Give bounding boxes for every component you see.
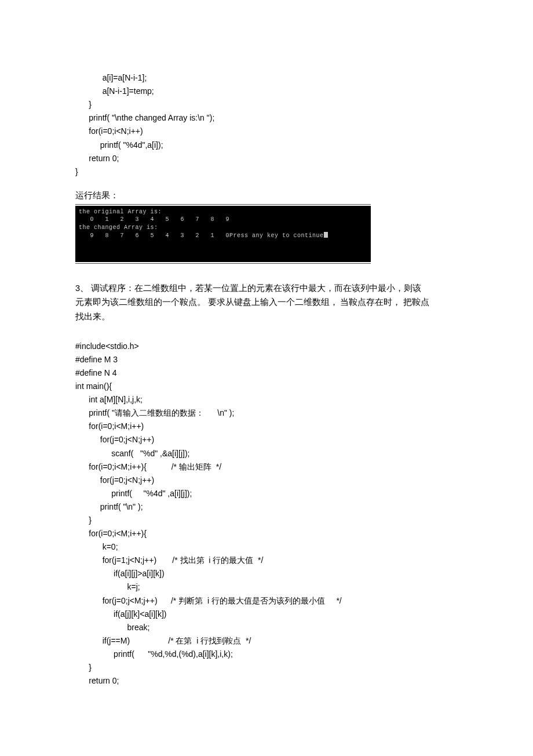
code-line: printf( "请输入二维数组的数据： \n" ); <box>75 408 234 417</box>
console-line: 9 8 7 6 5 4 3 2 1 0Press any key to cont… <box>79 232 324 239</box>
problem-number: 3、 <box>75 284 89 293</box>
code-line: } <box>75 515 92 525</box>
divider <box>75 263 371 264</box>
code-line: k=j; <box>75 582 140 591</box>
problem-text: 找出来。 <box>75 312 110 321</box>
code-block-main: #include<stdio.h> #define M 3 #define N … <box>75 326 458 688</box>
code-line: #include<stdio.h> <box>75 341 139 351</box>
code-line: for(i=0;i<M;i++){ <box>75 529 147 538</box>
code-line: return 0; <box>75 154 119 163</box>
code-line: for(i=0;i<M;i++){ /* 输出矩阵 */ <box>75 462 221 471</box>
code-line: k=0; <box>75 542 118 551</box>
code-line: return 0; <box>75 676 119 685</box>
code-line: for(j=0;j<N;j++) <box>75 475 154 485</box>
code-line: #define M 3 <box>75 355 118 364</box>
code-line: printf( "\nthe changed Array is:\n "); <box>75 113 214 122</box>
code-line: break; <box>75 623 149 632</box>
code-line: } <box>75 100 92 109</box>
code-line: printf( "%4d" ,a[i][j]); <box>75 489 192 498</box>
code-line: if(a[i][j]>a[i][k]) <box>75 569 165 578</box>
problem-text: 调试程序：在二维数组中，若某一位置上的元素在该行中最大，而在该列中最小，则该 <box>91 284 421 293</box>
divider <box>75 204 371 205</box>
code-line: for(j=1;j<N;j++) /* 找出第 i 行的最大值 */ <box>75 555 263 565</box>
problem-text: 元素即为该二维数组的一个鞍点。 要求从键盘上输入一个二维数组， 当鞍点存在时， … <box>75 297 429 307</box>
code-line: a[N-i-1]=temp; <box>75 86 154 96</box>
result-label: 运行结果： <box>75 189 458 203</box>
code-line: if(a[j][k]<a[i][k]) <box>75 609 167 619</box>
cursor-icon <box>324 232 328 238</box>
code-line: printf( "%d,%d,(%d),a[i][k],i,k); <box>75 649 233 659</box>
code-line: int main(){ <box>75 381 112 391</box>
code-line: int a[M][N],i,j,k; <box>75 395 143 404</box>
code-line: if(j==M) /* 在第 i 行找到鞍点 */ <box>75 636 251 645</box>
code-line: a[i]=a[N-i-1]; <box>75 73 147 82</box>
problem-statement: 3、 调试程序：在二维数组中，若某一位置上的元素在该行中最大，而在该列中最小，则… <box>75 281 458 324</box>
code-line: for(i=0;i<M;i++) <box>75 421 144 431</box>
code-block-top: a[i]=a[N-i-1]; a[N-i-1]=temp; } printf( … <box>75 58 458 179</box>
console-line: the changed Array is: <box>79 224 158 231</box>
code-line: for(j=0;j<M;j++) /* 判断第 i 行的最大值是否为该列的最小值… <box>75 596 342 605</box>
code-line: for(j=0;j<N;j++) <box>75 435 154 444</box>
code-line: } <box>75 167 78 176</box>
console-output: the original Array is: 0 1 2 3 4 5 6 7 8… <box>75 206 371 262</box>
code-line: scanf( "%d" ,&a[i][j]); <box>75 449 189 458</box>
code-line: printf( "\n" ); <box>75 502 143 511</box>
console-line: 0 1 2 3 4 5 6 7 8 9 <box>79 216 229 223</box>
code-line: } <box>75 663 92 672</box>
code-line: printf( "%4d",a[i]); <box>75 140 163 150</box>
console-line: the original Array is: <box>79 209 162 215</box>
document-page: a[i]=a[N-i-1]; a[N-i-1]=temp; } printf( … <box>0 0 533 756</box>
code-line: #define N 4 <box>75 368 117 377</box>
code-line: for(i=0;i<N;i++) <box>75 126 143 136</box>
